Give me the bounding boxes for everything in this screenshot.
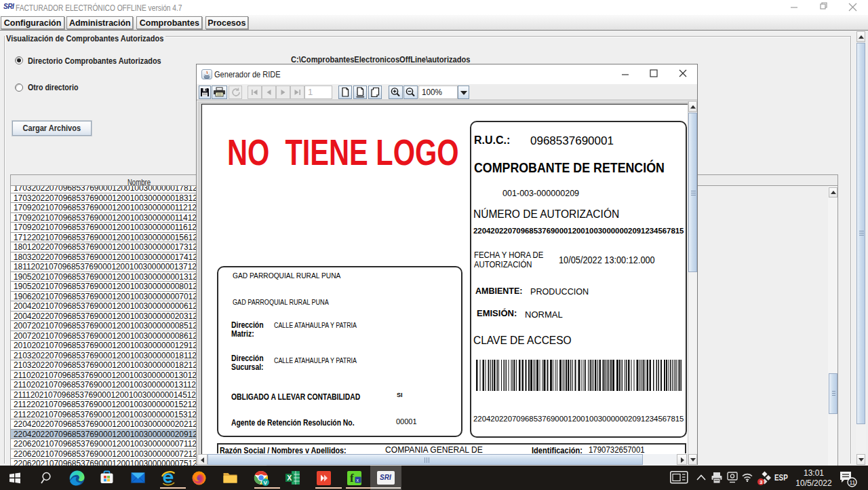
svg-text:x: x xyxy=(357,478,359,483)
svg-text:X: X xyxy=(287,474,292,482)
svg-text:f: f xyxy=(350,472,354,485)
svg-text:V: V xyxy=(264,480,268,486)
svg-text:11: 11 xyxy=(850,479,856,486)
svg-text:3: 3 xyxy=(760,479,763,485)
